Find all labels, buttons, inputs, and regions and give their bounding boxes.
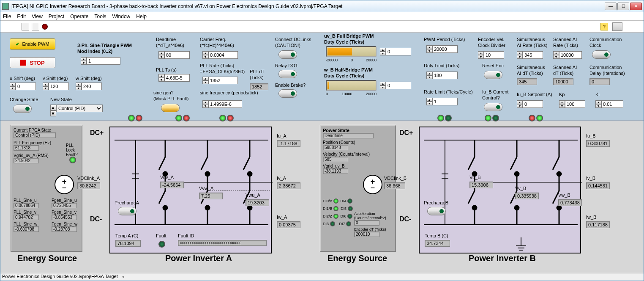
carrier-input[interactable]: ▲▼	[202, 51, 238, 59]
di0-label: DI0/A	[323, 199, 332, 203]
menubar: File Edit View Project Operate Tools Win…	[0, 12, 644, 21]
dc-minus-a: DC-	[90, 215, 102, 223]
vuv-a-value: -24.5664	[160, 182, 184, 188]
relay-button[interactable]	[278, 70, 297, 78]
sine-freq-input[interactable]: ▲▼	[202, 100, 242, 108]
menu-window[interactable]: Window	[112, 14, 131, 19]
change-state-button[interactable]	[13, 105, 32, 113]
vdc-b-value: 36.668	[384, 182, 405, 189]
v-shift-input[interactable]: ▲▼	[43, 83, 69, 90]
brake-button[interactable]	[278, 89, 297, 98]
pwm-period-input[interactable]: ▲▼	[426, 45, 458, 53]
iw-b-value: 0.117188	[586, 221, 610, 228]
enable-pwm-button[interactable]: ✔ Enable PWM	[10, 39, 55, 50]
w-b-slider[interactable]: 01000020000	[326, 80, 377, 96]
di1-led	[333, 206, 338, 211]
ki-input[interactable]: ▲▼	[595, 100, 623, 108]
pll-lock-label: PLL LockFault?	[66, 143, 82, 157]
menu-file[interactable]: File	[3, 14, 11, 19]
iu-b-sp-label: Iu_B Setpoint (A)	[517, 92, 552, 97]
precharge-b-button[interactable]	[427, 207, 446, 215]
inverter-b-title: Power Inverter B	[469, 253, 536, 263]
pll-rate-input[interactable]: ▲▼	[202, 77, 238, 84]
vv-b-value: 0.335938	[515, 193, 539, 199]
svg-point-10	[163, 206, 167, 210]
fgen-v-value: -0.854553	[52, 215, 77, 220]
enc-div-input[interactable]: ▲▼	[478, 51, 504, 59]
scan-rate-label: Scanned AI	[553, 37, 577, 42]
vu-b-value: 15.3906	[469, 182, 493, 188]
vv-b-label: Vv_B	[515, 186, 526, 191]
rate-limit-label: Rate Limit (Ticks/Cycle)	[424, 89, 473, 94]
w-shift-input[interactable]: ▲▼	[76, 83, 102, 90]
sim-ai-dt-sub: AI dT (Ticks)	[517, 71, 543, 76]
uv-b-slider[interactable]: -20000020000	[326, 46, 377, 62]
minimize-button[interactable]: —	[605, 3, 617, 10]
precharge-a-button[interactable]	[118, 207, 136, 215]
duty-limit-input[interactable]: ▲▼	[426, 72, 458, 79]
menu-view[interactable]: View	[32, 14, 43, 19]
titlebar: [FPGA] NI GPIC Inverter Research Board -…	[0, 0, 644, 12]
close-button[interactable]: ✕	[630, 3, 642, 10]
energy-source-b-title: Energy Source	[327, 253, 387, 263]
led-b2-g	[485, 115, 491, 121]
deadtime-input[interactable]: ▲▼	[158, 51, 190, 59]
svg-line-37	[468, 191, 475, 204]
dc-plus-a: DC+	[90, 129, 104, 137]
stop-button[interactable]: STOP	[10, 57, 55, 68]
iu-b-value: 0.300781	[586, 140, 610, 147]
vi-icon[interactable]	[612, 22, 622, 31]
diagram-area: Current FPGA State Control (PID) PLL Fre…	[0, 121, 644, 273]
scan-rate-input[interactable]: ▲▼	[553, 51, 582, 59]
menu-tools[interactable]: Tools	[95, 14, 106, 19]
sim-ai-rate-input[interactable]: ▲▼	[517, 51, 543, 59]
kp-input[interactable]: ▲▼	[559, 100, 585, 108]
vuv-a-label: Vuv_A	[160, 175, 174, 180]
reset-enc-button[interactable]	[484, 71, 502, 79]
fault-a-led	[158, 241, 165, 248]
iu-b-sp-input[interactable]: ▲▼	[517, 100, 543, 108]
sine-gen-button[interactable]	[161, 104, 180, 112]
help-icon[interactable]: ?	[600, 23, 608, 30]
menu-operate[interactable]: Operate	[70, 14, 88, 19]
di6-led	[347, 214, 352, 219]
pll-ts-input[interactable]: ▲▼	[158, 74, 190, 82]
run-continuous-icon[interactable]	[32, 23, 39, 30]
iu-b-cc-button[interactable]	[484, 103, 502, 111]
di3-led	[330, 221, 335, 226]
pll-sin-v-value: 0.944702	[14, 215, 39, 220]
sine-tri-label: 3-Ph. Sine-Triangle PWM	[77, 43, 132, 48]
abort-icon[interactable]	[42, 24, 48, 30]
u-shift-input[interactable]: ▲▼	[10, 83, 36, 90]
led-b3-g	[536, 115, 543, 121]
w-b-input[interactable]: ▲▼	[380, 82, 411, 89]
fgen-v-label: Fgen_Sine_v	[52, 210, 77, 215]
iv-b-value: 0.144531	[586, 182, 610, 189]
menu-project[interactable]: Project	[49, 14, 64, 19]
vu-b-label: Vu_B	[469, 175, 481, 180]
menu-help[interactable]: Help	[136, 14, 147, 19]
vvw-a-value: 7.25	[199, 193, 223, 199]
vgrid-a-value: 24.9042	[14, 158, 39, 163]
run-icon[interactable]	[22, 23, 29, 30]
fpga-state-value: Control (PID)	[14, 132, 56, 138]
mod-index-input[interactable]: ▲▼	[81, 57, 120, 65]
connect-dc-button[interactable]	[278, 50, 297, 59]
menu-edit[interactable]: Edit	[17, 14, 26, 19]
maximize-button[interactable]: ☐	[617, 3, 629, 10]
uv-b-input[interactable]: ▲▼	[380, 48, 411, 55]
new-state-select[interactable]: ▲▼ Control (PID)	[50, 105, 103, 116]
di4-led	[347, 198, 352, 204]
chevron-icon[interactable]: ◂	[122, 274, 124, 279]
scan-rate-sub: Rate (Ticks)	[553, 43, 578, 48]
connect-dc-sub: (CAUTION!)	[275, 43, 300, 48]
vdc-b-label: VDClink_B	[384, 176, 407, 181]
svg-line-41	[510, 157, 517, 170]
rate-limit-input[interactable]: ▲▼	[426, 98, 458, 105]
pll-sin-u-value: 0.0678864	[14, 203, 39, 208]
comm-clk-label: Communication	[589, 37, 622, 42]
fault-id-label: Fault ID	[178, 233, 194, 238]
fgen-u-value: 0.728455	[52, 203, 77, 208]
pll-sin-v-label: PLL_Sine_v	[14, 210, 39, 215]
enc-dt-label: Encoder dT (Ticks)	[354, 227, 396, 231]
